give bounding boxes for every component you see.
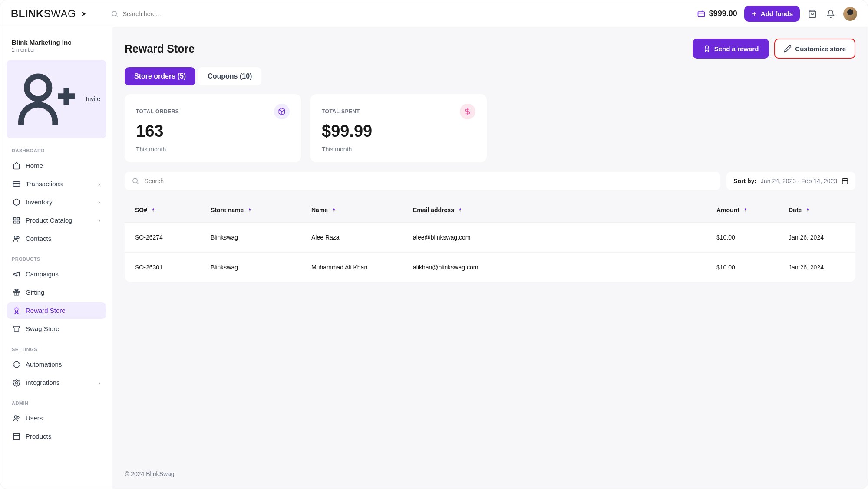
cart-button[interactable] — [807, 8, 818, 20]
card-spent-sub: This month — [322, 146, 475, 153]
plus-icon — [751, 11, 757, 17]
gift-icon — [13, 289, 20, 296]
sort-icon: ▲▼ — [459, 208, 462, 212]
cell-name: Muhammad Ali Khan — [311, 264, 413, 271]
col-so[interactable]: SO#▲▼ — [135, 207, 211, 213]
megaphone-icon — [13, 270, 20, 278]
sidebar: Blink Marketing Inc 1 member Invite DASH… — [0, 27, 112, 489]
svg-point-15 — [14, 236, 17, 239]
global-search[interactable] — [111, 10, 697, 18]
logo: BLINKSWAG — [11, 8, 111, 20]
users-icon — [13, 414, 20, 422]
bell-icon — [826, 10, 835, 18]
nav-contacts[interactable]: Contacts — [7, 230, 106, 247]
add-funds-button[interactable]: Add funds — [744, 6, 800, 22]
nav-products-admin[interactable]: Products — [7, 428, 106, 445]
sort-icon: ▲▼ — [806, 208, 809, 212]
search-icon — [111, 10, 119, 18]
nav-users[interactable]: Users — [7, 410, 106, 427]
nav-gifting[interactable]: Gifting — [7, 284, 106, 301]
nav-integrations[interactable]: Integrations› — [7, 374, 106, 391]
footer: © 2024 BlinkSwag — [125, 457, 855, 477]
cell-date: Jan 26, 2024 — [789, 234, 845, 241]
sort-icon: ▲▼ — [744, 208, 747, 212]
page-header: Reward Store Send a reward Customize sto… — [125, 39, 855, 59]
box-icon — [13, 198, 20, 206]
col-date[interactable]: Date▲▼ — [789, 207, 845, 213]
notifications-button[interactable] — [825, 8, 836, 20]
svg-point-20 — [15, 308, 18, 311]
col-name[interactable]: Name▲▼ — [311, 207, 413, 213]
table-row[interactable]: SO-26301 Blinkswag Muhammad Ali Khan ali… — [125, 253, 855, 282]
balance-display: $999.00 — [697, 9, 737, 18]
svg-point-26 — [705, 46, 709, 49]
user-avatar[interactable] — [843, 7, 857, 21]
cell-so: SO-26274 — [135, 234, 211, 241]
grid-icon — [13, 217, 20, 224]
tab-coupons[interactable]: Coupons (10) — [198, 67, 261, 85]
page-title: Reward Store — [125, 43, 195, 55]
nav-automations[interactable]: Automations — [7, 356, 106, 373]
nav-transactions[interactable]: Transactions› — [7, 176, 106, 192]
nav-inventory[interactable]: Inventory› — [7, 194, 106, 210]
nav-home[interactable]: Home — [7, 158, 106, 174]
chevron-right-icon: › — [98, 217, 100, 224]
sort-dropdown[interactable]: Sort by: Jan 24, 2023 - Feb 14, 2023 — [726, 172, 855, 190]
chevron-right-icon: › — [98, 180, 100, 187]
wallet-icon — [697, 10, 706, 18]
col-email[interactable]: Email address▲▼ — [413, 207, 716, 213]
cell-email: alee@blinkswag.com — [413, 234, 716, 241]
svg-rect-13 — [13, 221, 16, 223]
logo-arrow-icon — [77, 10, 88, 18]
nav-product-catalog[interactable]: Product Catalog› — [7, 212, 106, 229]
orders-search-input[interactable] — [145, 177, 714, 184]
table-header: SO#▲▼ Store name▲▼ Name▲▼ Email address▲… — [125, 198, 855, 223]
svg-rect-14 — [17, 221, 20, 223]
svg-rect-2 — [698, 12, 704, 17]
cell-amount: $10.00 — [716, 264, 789, 271]
nav-campaigns[interactable]: Campaigns — [7, 266, 106, 282]
nav-reward-store[interactable]: Reward Store — [7, 302, 106, 319]
send-reward-button[interactable]: Send a reward — [693, 39, 769, 59]
nav-swag-store[interactable]: Swag Store — [7, 321, 106, 337]
page-actions: Send a reward Customize store — [693, 39, 855, 59]
balance-amount: $999.00 — [709, 9, 737, 18]
sort-value: Jan 24, 2023 - Feb 14, 2023 — [761, 177, 837, 184]
app: BLINKSWAG $999.00 Add funds — [0, 0, 868, 489]
tab-store-orders[interactable]: Store orders (5) — [125, 67, 195, 85]
tabs: Store orders (5) Coupons (10) — [125, 67, 855, 85]
search-icon — [132, 177, 139, 185]
card-icon — [13, 180, 20, 188]
col-store[interactable]: Store name▲▼ — [211, 207, 311, 213]
customize-store-button[interactable]: Customize store — [774, 39, 855, 59]
section-products: PRODUCTS — [7, 249, 106, 264]
svg-line-1 — [116, 15, 117, 16]
svg-rect-9 — [13, 181, 20, 186]
section-dashboard: DASHBOARD — [7, 140, 106, 156]
sort-icon: ▲▼ — [248, 208, 251, 212]
gear-icon — [13, 379, 20, 387]
box-icon — [274, 104, 290, 119]
logo-a: BLINK — [11, 8, 44, 20]
award-icon — [13, 307, 20, 315]
invite-button[interactable]: Invite — [7, 60, 106, 138]
table-row[interactable]: SO-26274 Blinkswag Alee Raza alee@blinks… — [125, 223, 855, 253]
card-orders-value: 163 — [136, 122, 290, 141]
logo-b: SWAG — [44, 8, 76, 20]
add-funds-label: Add funds — [761, 10, 793, 17]
card-total-orders: TOTAL ORDERS 163 This month — [125, 94, 301, 162]
orders-search[interactable] — [125, 172, 720, 190]
award-icon — [703, 45, 711, 53]
cell-store: Blinkswag — [211, 264, 311, 271]
org-block: Blink Marketing Inc 1 member — [7, 36, 106, 54]
svg-point-16 — [17, 236, 20, 239]
refresh-icon — [13, 361, 20, 368]
sort-icon: ▲▼ — [152, 208, 155, 212]
pencil-icon — [784, 45, 792, 53]
package-icon — [13, 433, 20, 440]
home-icon — [13, 162, 20, 170]
bag-icon — [808, 10, 817, 18]
col-amount[interactable]: Amount▲▼ — [716, 207, 789, 213]
global-search-input[interactable] — [123, 10, 697, 17]
card-spent-label: TOTAL SPENT — [322, 108, 360, 115]
